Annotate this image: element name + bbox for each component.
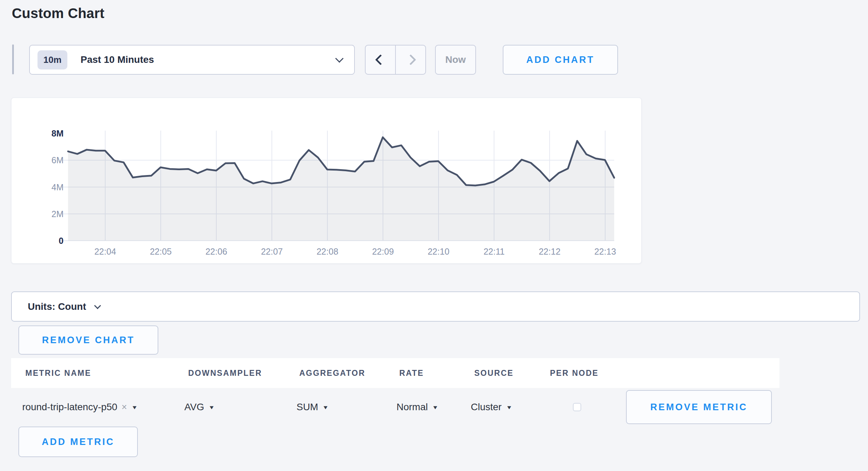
units-label: Units: Count xyxy=(28,301,86,312)
rate-value: Normal xyxy=(397,402,428,413)
caret-down-icon: ▼ xyxy=(322,404,329,410)
chevron-down-icon xyxy=(94,302,101,309)
caret-down-icon: ▼ xyxy=(208,404,215,410)
metric-name-dropdown[interactable]: round-trip-latency-p50 × ▼ xyxy=(22,388,137,426)
y-tick-label: 0 xyxy=(59,236,64,246)
y-tick-label: 8M xyxy=(51,129,64,138)
metric-line-chart[interactable]: 02M4M6M8M22:0422:0522:0622:0722:0822:092… xyxy=(11,98,641,263)
time-nav-group xyxy=(365,45,426,75)
add-metric-button[interactable]: ADD METRIC xyxy=(18,427,138,457)
x-tick-label: 22:04 xyxy=(94,247,116,256)
x-tick-label: 22:05 xyxy=(150,247,172,256)
chevron-down-icon xyxy=(335,54,343,63)
column-header-per-node: PER NODE xyxy=(550,358,599,388)
series-area-fill xyxy=(68,137,614,241)
column-header-downsampler: DOWNSAMPLER xyxy=(188,358,262,388)
time-range-label: Past 10 Minutes xyxy=(81,54,154,65)
time-back-button[interactable] xyxy=(366,46,395,74)
column-header-aggregator: AGGREGATOR xyxy=(299,358,365,388)
custom-chart-page: Custom Chart 10m Past 10 Minutes Now ADD… xyxy=(0,0,868,471)
chevron-left-icon xyxy=(375,54,386,65)
x-tick-label: 22:09 xyxy=(372,247,394,256)
y-tick-label: 4M xyxy=(51,182,64,192)
time-range-dropdown[interactable]: 10m Past 10 Minutes xyxy=(29,45,355,75)
x-tick-label: 22:13 xyxy=(594,247,616,256)
x-tick-label: 22:12 xyxy=(539,247,561,256)
x-tick-label: 22:08 xyxy=(317,247,339,256)
time-window-accent-bar xyxy=(12,44,14,74)
column-header-metric-name: METRIC NAME xyxy=(25,358,91,388)
x-tick-label: 22:10 xyxy=(428,247,450,256)
aggregator-value: SUM xyxy=(297,402,318,413)
chart-card: 02M4M6M8M22:0422:0522:0622:0722:0822:092… xyxy=(11,98,642,264)
page-title: Custom Chart xyxy=(12,6,105,21)
add-chart-button[interactable]: ADD CHART xyxy=(503,45,618,75)
column-header-source: SOURCE xyxy=(474,358,514,388)
time-forward-button[interactable] xyxy=(395,46,425,74)
y-tick-label: 6M xyxy=(51,155,64,165)
x-tick-label: 22:07 xyxy=(261,247,283,256)
y-tick-label: 2M xyxy=(51,209,64,219)
clear-metric-icon[interactable]: × xyxy=(122,402,127,413)
remove-metric-button[interactable]: REMOVE METRIC xyxy=(626,390,772,424)
downsampler-value: AVG xyxy=(184,402,204,413)
rate-dropdown[interactable]: Normal ▼ xyxy=(397,388,438,426)
downsampler-dropdown[interactable]: AVG ▼ xyxy=(184,388,214,426)
caret-down-icon: ▼ xyxy=(432,404,439,410)
now-button[interactable]: Now xyxy=(435,45,476,75)
caret-down-icon: ▼ xyxy=(131,404,138,410)
per-node-checkbox[interactable] xyxy=(573,403,581,411)
aggregator-dropdown[interactable]: SUM ▼ xyxy=(297,388,328,426)
source-dropdown[interactable]: Cluster ▼ xyxy=(471,388,512,426)
time-range-badge: 10m xyxy=(37,50,67,69)
metric-table-header: METRIC NAME DOWNSAMPLER AGGREGATOR RATE … xyxy=(11,358,779,388)
metric-row: round-trip-latency-p50 × ▼ AVG ▼ SUM ▼ N… xyxy=(0,388,868,426)
units-dropdown[interactable]: Units: Count xyxy=(11,291,860,322)
caret-down-icon: ▼ xyxy=(506,404,512,410)
remove-chart-button[interactable]: REMOVE CHART xyxy=(18,325,158,355)
metric-name-value: round-trip-latency-p50 xyxy=(22,402,117,413)
x-tick-label: 22:06 xyxy=(206,247,227,256)
x-tick-label: 22:11 xyxy=(484,247,505,256)
source-value: Cluster xyxy=(471,402,502,413)
chevron-right-icon xyxy=(405,54,416,65)
column-header-rate: RATE xyxy=(399,358,424,388)
